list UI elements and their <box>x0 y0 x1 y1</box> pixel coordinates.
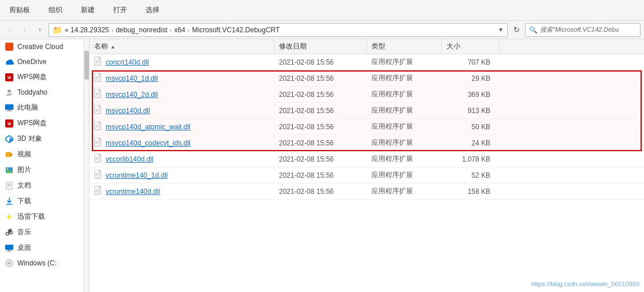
file-header: 名称 ▲ 修改日期 类型 大小 <box>90 39 644 54</box>
sidebar-icon-windows-c <box>5 259 14 268</box>
file-row[interactable]: vcruntime140_1d.dll2021-02-08 15:56应用程序扩… <box>90 167 644 184</box>
file-cell-name: msvcp140d_codecvt_ids.dll <box>90 135 274 151</box>
svg-marker-13 <box>11 153 13 156</box>
header-type[interactable]: 类型 <box>367 39 442 54</box>
file-row[interactable]: msvcp140_2d.dll2021-02-08 15:56应用程序扩展369… <box>90 87 644 103</box>
sidebar-item-documents[interactable]: 文档 <box>0 178 83 193</box>
file-row[interactable]: msvcp140d_atomic_wait.dll2021-02-08 15:5… <box>90 119 644 135</box>
file-cell-type: 应用程序扩展 <box>367 151 442 167</box>
svg-rect-25 <box>5 245 13 250</box>
sidebar-scrollbar[interactable] <box>83 39 89 292</box>
sidebar-label-thunder-dl: 迅雷下载 <box>17 212 45 222</box>
svg-rect-5 <box>8 110 11 111</box>
header-date-label: 修改日期 <box>279 42 307 51</box>
path-segment-4: Microsoft.VC142.DebugCRT <box>192 26 280 34</box>
file-cell-name: msvcp140_1d.dll <box>90 70 274 86</box>
svg-point-24 <box>10 231 13 234</box>
file-cell-date: 2021-02-08 15:56 <box>274 135 367 151</box>
header-name[interactable]: 名称 ▲ <box>90 39 274 54</box>
file-cell-type: 应用程序扩展 <box>367 54 442 70</box>
header-date[interactable]: 修改日期 <box>274 39 367 54</box>
svg-text:W: W <box>8 76 12 80</box>
sidebar-label-3d-objects: 3D 对象 <box>17 134 42 144</box>
file-row[interactable]: msvcp140d.dll2021-02-08 15:56应用程序扩展913 K… <box>90 103 644 119</box>
dll-icon <box>94 105 102 116</box>
sidebar-icon-this-pc <box>5 103 14 113</box>
file-list: concrt140d.dll2021-02-08 15:56应用程序扩展707 … <box>90 54 644 292</box>
file-cell-date: 2021-02-08 15:56 <box>274 87 367 102</box>
file-row[interactable]: vcruntime140d.dll2021-02-08 15:56应用程序扩展1… <box>90 184 644 200</box>
file-cell-name: vccorlib140d.dll <box>90 151 274 167</box>
svg-point-29 <box>8 262 10 264</box>
file-cell-date: 2021-02-08 15:56 <box>274 70 367 86</box>
svg-text:W: W <box>8 122 12 126</box>
address-path[interactable]: 📁 « 14.28.29325 › debug_nonredist › x64 … <box>49 23 508 37</box>
sidebar-item-this-pc[interactable]: 此电脑 <box>0 100 83 115</box>
dll-icon <box>94 137 102 148</box>
file-row[interactable]: concrt140d.dll2021-02-08 15:56应用程序扩展707 … <box>90 54 644 70</box>
up-button[interactable]: ↑ <box>33 24 46 36</box>
sidebar-item-toddyaho[interactable]: Toddyaho <box>0 85 83 100</box>
search-placeholder: 搜索"Microsoft.VC142.Debu <box>540 25 619 34</box>
file-area: 名称 ▲ 修改日期 类型 大小 concrt140d.dll2021-02-08… <box>90 39 644 292</box>
file-name: msvcp140d.dll <box>106 107 150 115</box>
file-cell-size: 369 KB <box>442 87 500 102</box>
dll-icon <box>94 89 102 100</box>
svg-rect-0 <box>5 43 13 51</box>
sidebar-item-wps-net[interactable]: WWPS网盘 <box>0 69 83 85</box>
file-cell-type: 应用程序扩展 <box>367 70 442 86</box>
sidebar-item-creative-cloud[interactable]: Creative Cloud <box>0 39 83 54</box>
sidebar-icon-toddyaho <box>5 88 14 97</box>
sidebar-item-desktop[interactable]: 桌面 <box>0 240 83 256</box>
back-button[interactable]: ‹ <box>3 24 16 36</box>
svg-point-23 <box>6 232 9 235</box>
sidebar-item-thunder-dl[interactable]: 迅雷下载 <box>0 209 83 224</box>
svg-rect-4 <box>5 104 13 110</box>
sidebar-label-music: 音乐 <box>17 227 31 237</box>
path-dropdown-button[interactable]: ▼ <box>498 27 504 33</box>
sidebar-item-wps-net2[interactable]: WWPS网盘 <box>0 115 83 131</box>
refresh-button[interactable]: ↻ <box>510 24 523 36</box>
sidebar-label-videos: 视频 <box>17 149 31 159</box>
search-box[interactable]: 🔍 搜索"Microsoft.VC142.Debu <box>525 23 641 37</box>
sidebar-label-pictures: 图片 <box>17 165 31 175</box>
header-type-label: 类型 <box>371 42 385 51</box>
main-area: Creative CloudOneDriveWWPS网盘Toddyaho此电脑W… <box>0 39 644 292</box>
file-cell-type: 应用程序扩展 <box>367 167 442 183</box>
file-cell-name: vcruntime140_1d.dll <box>90 167 274 183</box>
sidebar-icon-desktop <box>5 244 14 253</box>
svg-marker-22 <box>7 214 12 220</box>
file-row[interactable]: msvcp140d_codecvt_ids.dll2021-02-08 15:5… <box>90 135 644 151</box>
sidebar-item-downloads[interactable]: 下载 <box>0 193 83 209</box>
sidebar-icon-3d-objects <box>5 134 14 144</box>
file-row[interactable]: vccorlib140d.dll2021-02-08 15:56应用程序扩展1,… <box>90 151 644 167</box>
sidebar-item-music[interactable]: 音乐 <box>0 224 83 240</box>
sidebar-item-pictures[interactable]: 图片 <box>0 162 83 178</box>
file-cell-date: 2021-02-08 15:56 <box>274 184 367 199</box>
sidebar-icon-videos <box>5 150 14 159</box>
forward-button[interactable]: › <box>18 24 31 36</box>
search-icon: 🔍 <box>529 26 538 34</box>
sidebar-item-videos[interactable]: 视频 <box>0 147 83 162</box>
file-row[interactable]: msvcp140_1d.dll2021-02-08 15:56应用程序扩展29 … <box>90 70 644 87</box>
file-name: vccorlib140d.dll <box>106 155 154 163</box>
sidebar-scrollbar-thumb[interactable] <box>84 51 89 80</box>
file-cell-date: 2021-02-08 15:56 <box>274 54 367 70</box>
svg-rect-26 <box>8 250 11 251</box>
sidebar-label-desktop: 桌面 <box>17 243 31 253</box>
sidebar-icon-creative-cloud <box>5 42 14 51</box>
sidebar-label-creative-cloud: Creative Cloud <box>17 43 63 51</box>
file-cell-name: msvcp140d_atomic_wait.dll <box>90 119 274 134</box>
watermark: https://blog.csdn.net/weixin_56510993 <box>531 280 639 287</box>
file-cell-date: 2021-02-08 15:56 <box>274 167 367 183</box>
file-cell-date: 2021-02-08 15:56 <box>274 151 367 167</box>
sidebar-item-onedrive[interactable]: OneDrive <box>0 54 83 69</box>
sidebar-item-3d-objects[interactable]: 3D 对象 <box>0 131 83 147</box>
sidebar-item-windows-c[interactable]: Windows (C: <box>0 256 83 271</box>
sidebar: Creative CloudOneDriveWWPS网盘Toddyaho此电脑W… <box>0 39 90 292</box>
file-name: msvcp140d_codecvt_ids.dll <box>106 139 191 147</box>
header-size[interactable]: 大小 <box>442 39 500 54</box>
file-cell-date: 2021-02-08 15:56 <box>274 103 367 118</box>
dll-icon <box>94 73 102 84</box>
dll-icon <box>94 170 102 181</box>
